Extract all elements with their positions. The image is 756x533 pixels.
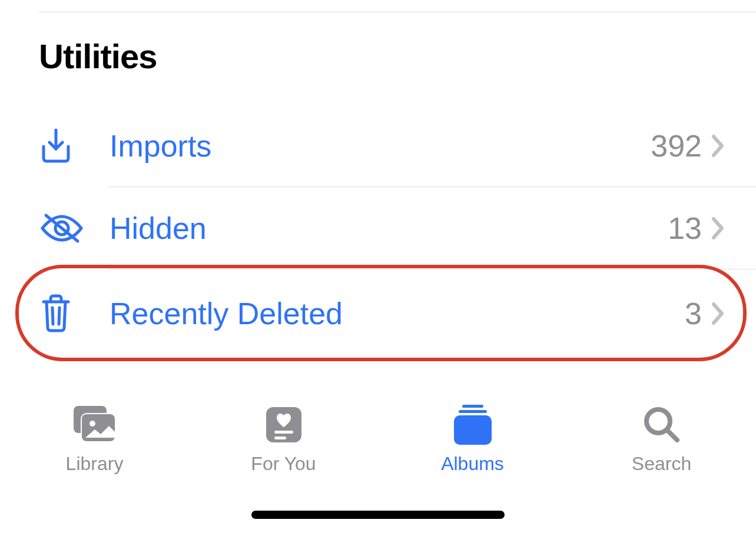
row-hidden-count: 13 (668, 211, 702, 246)
svg-rect-12 (459, 410, 487, 413)
section-utilities-title: Utilities (39, 36, 157, 76)
trash-icon (39, 294, 92, 334)
tab-search-label: Search (632, 453, 691, 475)
tab-foryou[interactable]: For You (189, 404, 378, 475)
row-imports-count: 392 (651, 128, 702, 164)
chevron-right-icon (711, 302, 725, 325)
svg-rect-10 (274, 437, 286, 439)
foryou-icon (264, 404, 304, 446)
chevron-right-icon (711, 134, 725, 158)
tab-library[interactable]: Library (0, 404, 189, 475)
row-hidden[interactable]: Hidden 13 (0, 187, 756, 269)
row-recently-deleted-label: Recently Deleted (92, 296, 685, 331)
home-indicator[interactable] (251, 511, 505, 519)
svg-line-3 (59, 308, 59, 324)
chevron-right-icon (711, 216, 725, 240)
tab-foryou-label: For You (251, 453, 316, 475)
row-imports[interactable]: Imports 392 (0, 105, 756, 187)
import-icon (39, 128, 92, 164)
tab-library-label: Library (66, 453, 124, 475)
eye-slash-icon (39, 212, 92, 245)
tab-albums[interactable]: Albums (378, 404, 567, 475)
row-imports-label: Imports (92, 128, 651, 164)
tab-search[interactable]: Search (567, 404, 756, 475)
albums-icon (450, 404, 495, 446)
library-icon (70, 404, 120, 446)
top-divider (39, 12, 756, 12)
svg-rect-9 (274, 431, 293, 434)
svg-rect-11 (462, 405, 483, 408)
svg-point-7 (89, 421, 95, 427)
search-icon (642, 404, 682, 446)
row-recently-deleted[interactable]: Recently Deleted 3 (0, 269, 756, 358)
tab-albums-label: Albums (441, 453, 504, 475)
svg-rect-13 (454, 415, 492, 445)
row-recently-deleted-count: 3 (685, 296, 702, 331)
svg-line-15 (668, 431, 677, 440)
row-hidden-label: Hidden (92, 211, 668, 246)
svg-line-2 (52, 308, 53, 324)
utilities-list: Imports 392 Hidden 13 (0, 105, 756, 358)
